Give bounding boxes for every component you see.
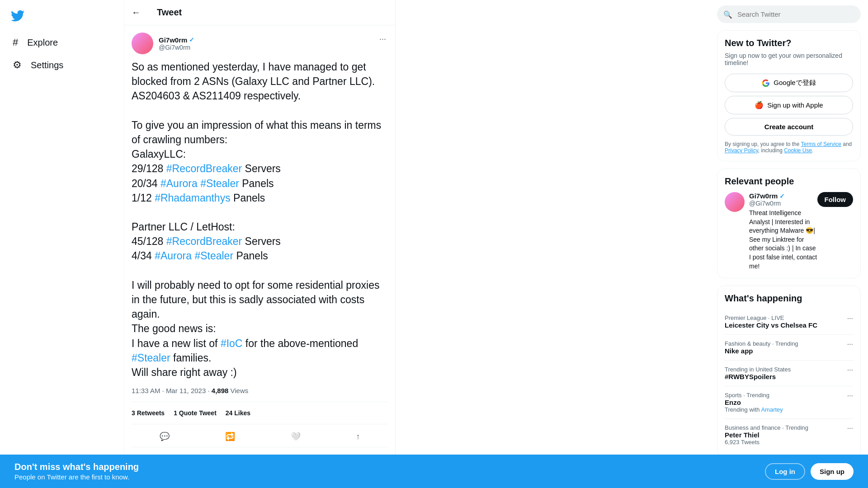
new-to-twitter-subtitle: Sign up now to get your own personalized… (725, 52, 853, 66)
signup-terms: By signing up, you agree to the Terms of… (725, 141, 853, 154)
verified-badge: ✓ (189, 36, 194, 43)
trend-count: 6,923 Tweets (725, 439, 847, 446)
share-button[interactable]: ↑ (351, 428, 366, 445)
trend-item[interactable]: Premier League · LIVE Leicester City vs … (725, 309, 853, 335)
follow-button[interactable]: Follow (817, 192, 854, 207)
share-icon: ↑ (356, 432, 360, 441)
person-username: @Gi7w0rm (749, 200, 817, 207)
username: @Gi7w0rm (159, 44, 194, 51)
display-name: Gi7w0rm ✓ (159, 36, 194, 44)
sidebar-item-settings-label: Settings (31, 60, 63, 70)
person-name: Gi7w0rm ✓ (749, 192, 817, 200)
trend-category: Premier League · LIVE (725, 314, 847, 321)
trend-more-icon[interactable]: ··· (847, 340, 853, 348)
explore-icon: # (13, 37, 18, 48)
apple-signup-label: Sign up with Apple (767, 101, 823, 109)
trend-name: Leicester City vs Chelsea FC (725, 321, 847, 329)
trend-item[interactable]: Business and finance · Trending Peter Th… (725, 419, 853, 451)
google-signup-button[interactable]: Googleで登録 (725, 74, 853, 92)
bottom-banner: Don't miss what's happening People on Tw… (0, 455, 868, 488)
relevant-people-panel: Relevant people Gi7w0rm ✓ @Gi7w0rm Threa… (717, 169, 861, 278)
trend-category: Trending in United States (725, 366, 847, 373)
settings-icon: ⚙ (13, 59, 22, 71)
avatar[interactable] (132, 33, 153, 54)
sidebar-item-explore[interactable]: # Explore (5, 31, 118, 54)
retweet-button[interactable]: 🔁 (220, 428, 241, 445)
search-box: 🔍 (717, 5, 861, 23)
like-button[interactable]: 🤍 (285, 428, 306, 445)
trend-name: Peter Thiel (725, 431, 847, 439)
person-avatar[interactable] (725, 192, 745, 212)
google-signup-label: Googleで登録 (774, 79, 816, 87)
signup-button[interactable]: Sign up (811, 463, 854, 480)
trend-category: Sports · Trending (725, 392, 847, 399)
search-input[interactable] (717, 5, 861, 23)
banner-title: Don't miss what's happening (14, 462, 139, 472)
person-bio: Threat Intelligence Analyst | Interested… (749, 209, 817, 271)
search-icon: 🔍 (723, 10, 732, 19)
trend-more-icon[interactable]: ··· (847, 314, 853, 323)
tweet-meta: 11:33 AM · Mar 11, 2023 · 4,898 Views (132, 387, 388, 394)
sidebar-item-explore-label: Explore (27, 38, 58, 48)
trend-item[interactable]: Sports · Trending Enzo Trending with Ama… (725, 386, 853, 419)
comment-button[interactable]: 💬 (154, 428, 175, 445)
privacy-link[interactable]: Privacy Policy (725, 147, 758, 154)
trend-count: Trending with Amartey (725, 406, 847, 413)
more-options-button[interactable]: ··· (377, 33, 388, 46)
back-button[interactable]: ← (132, 7, 141, 18)
trend-name: Enzo (725, 399, 847, 406)
terms-link[interactable]: Terms of Service (801, 141, 841, 147)
relevant-people-title: Relevant people (725, 176, 853, 187)
whats-happening-title: What's happening (725, 293, 853, 304)
cookie-link[interactable]: Cookie Use (784, 147, 812, 154)
trend-name: #RWBYSpoilers (725, 373, 847, 380)
apple-icon: 🍎 (755, 101, 764, 109)
whats-happening-panel: What's happening Premier League · LIVE L… (717, 286, 861, 459)
new-to-twitter-title: New to Twitter? (725, 38, 853, 48)
retweet-icon: 🔁 (225, 432, 235, 441)
tweet-text: So as mentioned yesterday, I have manage… (132, 60, 388, 380)
create-account-button[interactable]: Create account (725, 118, 853, 136)
trend-name: Nike app (725, 347, 847, 355)
tweet-stats: 3 Retweets 1 Quote Tweet 24 Likes (132, 402, 388, 424)
trend-category: Fashion & beauty · Trending (725, 340, 847, 347)
trend-more-icon[interactable]: ··· (847, 366, 853, 374)
trend-category: Business and finance · Trending (725, 424, 847, 431)
comment-icon: 💬 (160, 432, 170, 441)
trend-item[interactable]: Fashion & beauty · Trending Nike app ··· (725, 335, 853, 361)
new-to-twitter-panel: New to Twitter? Sign up now to get your … (717, 30, 861, 161)
sidebar-item-settings[interactable]: ⚙ Settings (5, 54, 118, 76)
banner-subtitle: People on Twitter are the first to know. (14, 473, 139, 481)
tweet-actions: 💬 🔁 🤍 ↑ (132, 426, 388, 447)
apple-signup-button[interactable]: 🍎 Sign up with Apple (725, 96, 853, 114)
like-icon: 🤍 (291, 432, 301, 441)
person-verified: ✓ (779, 192, 785, 200)
page-title: Tweet (157, 7, 182, 18)
trend-item[interactable]: Trending in United States #RWBYSpoilers … (725, 361, 853, 386)
main-tweet: Gi7w0rm ✓ @Gi7w0rm ··· So as mentioned y… (124, 25, 395, 455)
trend-more-icon[interactable]: ··· (847, 424, 853, 432)
login-button[interactable]: Log in (765, 463, 805, 480)
trend-more-icon[interactable]: ··· (847, 392, 853, 400)
twitter-logo[interactable] (5, 4, 30, 29)
